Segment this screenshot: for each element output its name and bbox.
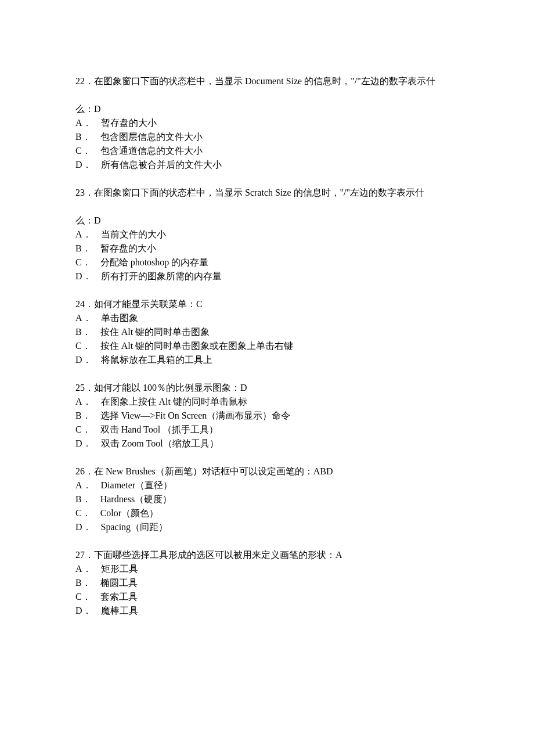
answer-option: C．分配给 photoshop 的内存量 <box>75 255 459 269</box>
question-stem-text: 在图象窗口下面的状态栏中，当显示 Document Size 的信息时，"/"左… <box>94 76 435 86</box>
option-letter: C． <box>75 506 91 520</box>
option-letter: D． <box>75 520 92 534</box>
answer-option: B．椭圆工具 <box>75 576 459 590</box>
answer-option: C．包含通道信息的文件大小 <box>75 144 459 158</box>
option-letter: D． <box>75 353 92 367</box>
question-number: 27． <box>75 550 94 560</box>
answer-option: B．包含图层信息的文件大小 <box>75 130 459 144</box>
option-text: 单击图象 <box>101 313 138 323</box>
option-letter: C． <box>75 339 91 353</box>
option-letter: B． <box>75 409 91 423</box>
question-continuation: 么：D <box>75 102 459 116</box>
option-letter: C． <box>75 590 91 604</box>
question-number: 22． <box>75 76 94 86</box>
option-text: Spacing（间距） <box>101 522 168 532</box>
answer-option: D．所有信息被合并后的文件大小 <box>75 158 459 172</box>
option-text: 双击 Zoom Tool（缩放工具） <box>101 438 219 448</box>
question-stem-text: 在图象窗口下面的状态栏中，当显示 Scratch Size 的信息时，"/"左边… <box>94 188 424 197</box>
answer-option: C．Color（颜色） <box>75 506 459 520</box>
answer-option: D．所有打开的图象所需的内存量 <box>75 269 459 283</box>
option-text: 暂存盘的大小 <box>100 243 156 253</box>
answer-option: C．双击 Hand Tool （抓手工具） <box>75 423 459 437</box>
question-stem-text: 如何才能以 100％的比例显示图象：D <box>94 383 247 393</box>
answer-option: B．选择 View—>Fit On Screen（满画布显示）命令 <box>75 409 459 423</box>
option-letter: B． <box>75 576 91 590</box>
answer-option: A．单击图象 <box>75 311 459 325</box>
option-letter: A． <box>75 311 92 325</box>
option-text: Color（颜色） <box>100 508 158 518</box>
question-stem-text: 在 New Brushes（新画笔）对话框中可以设定画笔的：ABD <box>94 466 333 476</box>
answer-option: B．暂存盘的大小 <box>75 242 459 255</box>
question-stem: 22．在图象窗口下面的状态栏中，当显示 Document Size 的信息时，"… <box>75 74 459 88</box>
option-text: 椭圆工具 <box>100 578 138 588</box>
option-letter: A． <box>75 116 92 130</box>
option-letter: C． <box>75 423 91 437</box>
option-text: 所有打开的图象所需的内存量 <box>101 271 222 281</box>
question-stem: 23．在图象窗口下面的状态栏中，当显示 Scratch Size 的信息时，"/… <box>75 186 459 200</box>
question-stem: 26．在 New Brushes（新画笔）对话框中可以设定画笔的：ABD <box>75 465 459 478</box>
option-text: 魔棒工具 <box>101 606 138 615</box>
option-letter: D． <box>75 158 92 172</box>
question-number: 25． <box>75 383 94 393</box>
question-number: 24． <box>75 299 94 309</box>
answer-option: D．魔棒工具 <box>75 604 459 618</box>
option-letter: C． <box>75 144 91 158</box>
option-letter: B． <box>75 242 91 255</box>
option-text: 套索工具 <box>100 592 138 602</box>
option-letter: D． <box>75 604 92 618</box>
option-letter: A． <box>75 478 92 492</box>
option-text: 分配给 photoshop 的内存量 <box>100 257 209 267</box>
question-stem: 24．如何才能显示关联菜单：C <box>75 297 459 311</box>
question-block: 26．在 New Brushes（新画笔）对话框中可以设定画笔的：ABDA．Di… <box>75 465 459 534</box>
question-stem-text: 下面哪些选择工具形成的选区可以被用来定义画笔的形状：A <box>94 550 342 560</box>
answer-option: C．套索工具 <box>75 590 459 604</box>
question-block: 22．在图象窗口下面的状态栏中，当显示 Document Size 的信息时，"… <box>75 74 459 172</box>
option-letter: A． <box>75 228 92 242</box>
option-letter: D． <box>75 437 92 451</box>
question-stem-text: 如何才能显示关联菜单：C <box>94 299 203 309</box>
question-stem: 27．下面哪些选择工具形成的选区可以被用来定义画笔的形状：A <box>75 548 459 562</box>
answer-option: A．当前文件的大小 <box>75 228 459 242</box>
answer-option: D．Spacing（间距） <box>75 520 459 534</box>
option-text: 选择 View—>Fit On Screen（满画布显示）命令 <box>100 411 291 420</box>
answer-option: A．Diameter（直径） <box>75 478 459 492</box>
answer-option: A．暂存盘的大小 <box>75 116 459 130</box>
option-letter: D． <box>75 269 92 283</box>
option-text: 将鼠标放在工具箱的工具上 <box>101 355 212 365</box>
document-page: 22．在图象窗口下面的状态栏中，当显示 Document Size 的信息时，"… <box>0 0 534 756</box>
option-text: 按住 Alt 键的同时单击图象或在图象上单击右键 <box>100 341 293 351</box>
question-block: 25．如何才能以 100％的比例显示图象：DA．在图象上按住 Alt 键的同时单… <box>75 381 459 451</box>
question-number: 26． <box>75 466 94 476</box>
question-block: 24．如何才能显示关联菜单：CA．单击图象B．按住 Alt 键的同时单击图象C．… <box>75 297 459 367</box>
answer-option: D．双击 Zoom Tool（缩放工具） <box>75 437 459 451</box>
option-letter: A． <box>75 395 92 409</box>
option-letter: B． <box>75 325 91 339</box>
question-continuation: 么：D <box>75 214 459 228</box>
option-text: Hardness（硬度） <box>100 494 172 504</box>
question-block: 23．在图象窗口下面的状态栏中，当显示 Scratch Size 的信息时，"/… <box>75 186 459 283</box>
question-number: 23． <box>75 188 94 197</box>
option-letter: C． <box>75 255 91 269</box>
answer-option: C．按住 Alt 键的同时单击图象或在图象上单击右键 <box>75 339 459 353</box>
option-letter: B． <box>75 130 91 144</box>
option-text: 暂存盘的大小 <box>101 118 157 128</box>
answer-option: B．按住 Alt 键的同时单击图象 <box>75 325 459 339</box>
question-block: 27．下面哪些选择工具形成的选区可以被用来定义画笔的形状：AA．矩形工具B．椭圆… <box>75 548 459 618</box>
option-letter: A． <box>75 562 92 576</box>
option-text: 矩形工具 <box>101 564 138 574</box>
option-text: 所有信息被合并后的文件大小 <box>101 160 222 170</box>
option-text: 双击 Hand Tool （抓手工具） <box>100 424 218 434</box>
answer-option: A．在图象上按住 Alt 键的同时单击鼠标 <box>75 395 459 409</box>
option-letter: B． <box>75 492 91 506</box>
question-stem: 25．如何才能以 100％的比例显示图象：D <box>75 381 459 395</box>
option-text: 按住 Alt 键的同时单击图象 <box>100 327 210 337</box>
option-text: 包含通道信息的文件大小 <box>100 146 203 156</box>
option-text: 包含图层信息的文件大小 <box>100 132 203 142</box>
answer-option: B．Hardness（硬度） <box>75 492 459 506</box>
option-text: 当前文件的大小 <box>101 229 166 239</box>
option-text: Diameter（直径） <box>101 480 173 490</box>
answer-option: A．矩形工具 <box>75 562 459 576</box>
answer-option: D．将鼠标放在工具箱的工具上 <box>75 353 459 367</box>
option-text: 在图象上按住 Alt 键的同时单击鼠标 <box>101 397 247 406</box>
